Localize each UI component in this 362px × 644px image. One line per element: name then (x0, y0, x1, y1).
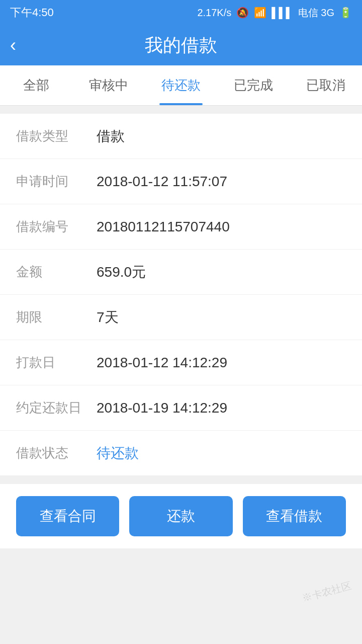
row-label: 借款类型 (16, 127, 97, 145)
detail-row: 借款状态待还款 (0, 431, 362, 476)
row-label: 打款日 (16, 354, 97, 371)
detail-row: 打款日2018-01-12 14:12:29 (0, 340, 362, 385)
row-value: 2018-01-12 14:12:29 (97, 355, 227, 371)
status-right: 2.17K/s 🔕 📶 ▌▌▌ 电信 3G 🔋 (197, 6, 352, 20)
row-label: 借款状态 (16, 444, 97, 462)
network-speed: 2.17K/s (197, 7, 231, 19)
battery-icon: 🔋 (339, 7, 352, 19)
row-value: 2018-01-12 11:57:07 (97, 174, 227, 190)
tab-pending[interactable]: 待还款 (145, 65, 217, 105)
tab-all[interactable]: 全部 (0, 65, 72, 105)
row-value: 借款 (97, 127, 125, 146)
detail-row: 借款类型借款 (0, 114, 362, 159)
status-bar: 下午4:50 2.17K/s 🔕 📶 ▌▌▌ 电信 3G 🔋 (0, 0, 362, 25)
row-value: 7天 (97, 308, 119, 327)
back-button[interactable]: ‹ (10, 36, 16, 54)
detail-row: 期限7天 (0, 295, 362, 340)
signal-icon: ▌▌▌ (272, 7, 293, 19)
loan-detail-content: 借款类型借款申请时间2018-01-12 11:57:07借款编号2018011… (0, 114, 362, 476)
row-label: 约定还款日 (16, 399, 97, 417)
row-value: 2018-01-19 14:12:29 (97, 400, 227, 416)
row-value: 待还款 (97, 444, 139, 463)
watermark: ※卡农社区 (301, 579, 353, 605)
tab-bar: 全部审核中待还款已完成已取消 (0, 65, 362, 106)
view-loan-button[interactable]: 查看借款 (243, 496, 346, 536)
bottom-action-bar: 查看合同还款查看借款 (0, 484, 362, 548)
view-contract-button[interactable]: 查看合同 (16, 496, 119, 536)
page-title: 我的借款 (145, 33, 217, 58)
row-label: 借款编号 (16, 218, 97, 235)
row-value: 659.0元 (97, 263, 146, 282)
repay-button[interactable]: 还款 (129, 496, 232, 536)
row-label: 金额 (16, 263, 97, 281)
notification-icon: 🔕 (236, 7, 249, 19)
detail-row: 借款编号20180112115707440 (0, 204, 362, 250)
tab-cancelled[interactable]: 已取消 (290, 65, 362, 105)
detail-row: 约定还款日2018-01-19 14:12:29 (0, 385, 362, 431)
row-label: 期限 (16, 308, 97, 326)
detail-row: 申请时间2018-01-12 11:57:07 (0, 159, 362, 204)
detail-row: 金额659.0元 (0, 250, 362, 295)
header: ‹ 我的借款 (0, 25, 362, 65)
carrier-label: 电信 3G (298, 6, 334, 20)
row-value: 20180112115707440 (97, 219, 230, 235)
row-label: 申请时间 (16, 173, 97, 190)
tab-completed[interactable]: 已完成 (217, 65, 290, 105)
tab-reviewing[interactable]: 审核中 (72, 65, 145, 105)
watermark-area: ※卡农社区 (0, 548, 362, 609)
status-time: 下午4:50 (10, 5, 54, 20)
wifi-icon: 📶 (254, 7, 266, 19)
